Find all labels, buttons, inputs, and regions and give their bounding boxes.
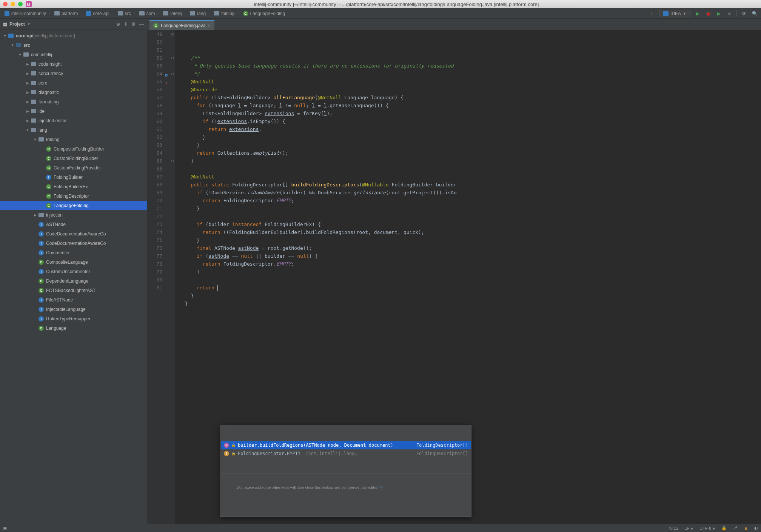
breadcrumb-item[interactable]: lang — [188, 10, 207, 17]
tree-item[interactable]: ▶codeInsight — [0, 59, 147, 69]
expand-arrow-icon[interactable]: ▼ — [2, 34, 8, 38]
debug-icon[interactable]: 🐞 — [705, 10, 712, 17]
project-tree[interactable]: ▼core-api [intellij.platform.core]▼src▼c… — [0, 29, 147, 524]
maximize-window-button[interactable] — [18, 2, 23, 6]
tree-item[interactable]: ▼com.intellij — [0, 50, 147, 59]
tree-item[interactable]: CDependentLanguage — [0, 276, 147, 286]
folding-gutter[interactable]: ⊟⊟⊟⊟ — [170, 30, 175, 524]
chevron-right-icon: 〉 — [133, 11, 137, 16]
tree-item[interactable]: ▼src — [0, 40, 147, 50]
line-separator[interactable]: LF ≑ — [684, 526, 693, 530]
expand-arrow-icon[interactable]: ▼ — [25, 128, 30, 132]
tree-item[interactable]: ICustomUncommenter — [0, 267, 147, 276]
tree-item[interactable]: ▶diagnostic — [0, 88, 147, 97]
expand-arrow-icon[interactable]: ▶ — [25, 100, 30, 104]
breadcrumb-item[interactable]: intellij — [162, 10, 183, 17]
run-configuration-selector[interactable]: IDEA ▼ — [659, 10, 690, 17]
search-everywhere-icon[interactable]: 🔍 — [751, 10, 758, 17]
tool-windows-quick-access-icon[interactable]: ▣ — [3, 526, 7, 530]
completion-package: (com.intellij.lang… — [303, 450, 357, 458]
tree-item[interactable]: ▶core — [0, 78, 147, 88]
hide-icon[interactable]: — — [139, 22, 144, 27]
minimize-window-button[interactable] — [11, 2, 15, 6]
tree-item[interactable]: ICodeDocumentationAwareCo — [0, 238, 147, 248]
tree-item[interactable]: ICodeDocumentationAwareCo — [0, 229, 147, 238]
expand-arrow-icon[interactable]: ▶ — [25, 72, 30, 75]
expand-arrow-icon[interactable]: ▶ — [25, 81, 30, 85]
tree-item[interactable]: ▼folding — [0, 135, 147, 144]
vcs-update-icon[interactable]: ⟳ — [741, 10, 747, 17]
expand-all-icon[interactable]: ⇕ — [124, 22, 128, 27]
tree-item-label: injected.editor — [39, 118, 67, 123]
tree-item[interactable]: ICommenter — [0, 248, 147, 257]
tree-item[interactable]: CFCTSBackedLighterAST — [0, 286, 147, 295]
traffic-lights[interactable] — [3, 2, 23, 6]
tree-item[interactable]: ▶injected.editor — [0, 116, 147, 125]
expand-arrow-icon[interactable]: ▼ — [17, 53, 23, 57]
readonly-lock-icon[interactable]: 🔓 — [721, 526, 727, 530]
build-icon[interactable]: ⤓ — [649, 10, 655, 17]
breadcrumb-item[interactable]: core-api — [85, 10, 111, 17]
tree-item[interactable]: CCustomFoldingBuilder — [0, 154, 147, 163]
tree-item[interactable]: CCustomFoldingProvider — [0, 163, 147, 172]
package-icon — [30, 128, 37, 132]
tree-item[interactable]: CLanguageFolding — [0, 201, 147, 210]
tree-item[interactable]: IFoldingBuilder — [0, 172, 147, 182]
file-encoding[interactable]: UTF-8 ≑ — [699, 526, 715, 530]
editor-tab[interactable]: C LanguageFolding.java × — [149, 20, 214, 30]
breadcrumb-item[interactable]: com — [138, 10, 157, 17]
tree-item[interactable]: CLanguage — [0, 323, 147, 333]
close-tab-icon[interactable]: × — [208, 23, 211, 28]
completion-item[interactable]: f🔒FoldingDescriptor.EMPTY (com.intellij.… — [221, 449, 471, 458]
tree-item[interactable]: ▶ide — [0, 106, 147, 116]
memory-indicator-icon[interactable]: ◐ — [754, 526, 758, 530]
expand-arrow-icon[interactable]: ▶ — [25, 119, 30, 123]
code-editor[interactable]: /** * Only queries base language results… — [175, 30, 761, 524]
breadcrumb-item[interactable]: CLanguageFolding — [242, 10, 287, 17]
hector-icon[interactable]: ☻ — [744, 526, 748, 530]
caret-position[interactable]: 78:12 — [668, 526, 679, 530]
tree-item[interactable]: CCompositeFoldingBuilder — [0, 144, 147, 154]
app-icon: IJ — [26, 1, 32, 7]
chevron-down-icon[interactable]: ▼ — [27, 22, 31, 26]
expand-arrow-icon[interactable]: ▶ — [32, 213, 38, 217]
tree-item[interactable]: ▶concurrency — [0, 69, 147, 78]
tree-item[interactable]: IASTNode — [0, 220, 147, 229]
expand-arrow-icon[interactable]: ▶ — [25, 91, 30, 94]
breadcrumb-item[interactable]: platform — [53, 10, 79, 17]
gear-icon[interactable]: ⚙ — [131, 22, 136, 27]
expand-arrow-icon[interactable]: ▼ — [10, 43, 15, 47]
tree-item[interactable]: ▶formatting — [0, 97, 147, 106]
breadcrumb-item[interactable]: folding — [213, 10, 236, 17]
expand-arrow-icon[interactable]: ▼ — [32, 138, 38, 141]
tree-item[interactable]: IInjectableLanguage — [0, 304, 147, 314]
tree-item[interactable]: ▶injection — [0, 210, 147, 220]
breadcrumb-item[interactable]: intellij-community — [3, 10, 48, 17]
expand-arrow-icon[interactable]: ▶ — [25, 109, 30, 113]
tree-item[interactable]: IITokenTypeRemapper — [0, 314, 147, 323]
tree-item[interactable]: CFoldingDescriptor — [0, 191, 147, 201]
tree-item[interactable]: CCompositeLanguage — [0, 257, 147, 267]
tree-item[interactable]: CFoldingBuilderEx — [0, 182, 147, 191]
close-window-button[interactable] — [3, 2, 8, 6]
package-icon — [30, 109, 37, 113]
expand-arrow-icon[interactable]: ▶ — [25, 62, 30, 66]
package-icon — [30, 90, 37, 94]
line-number-gutter[interactable]: 495051525354↑555657585960616263646566676… — [147, 30, 170, 524]
breadcrumb-item[interactable]: src — [116, 10, 132, 17]
git-branch-icon[interactable]: ⎇ — [733, 526, 738, 530]
tree-item[interactable]: ▼core-api [intellij.platform.core] — [0, 31, 147, 40]
stop-icon[interactable]: ■ — [726, 10, 733, 17]
run-icon[interactable]: ▶ — [694, 10, 701, 17]
override-gutter-icon[interactable]: ↑ — [163, 71, 168, 75]
tree-item[interactable]: IFileASTNode — [0, 295, 147, 304]
completion-hint-link[interactable]: >> — [379, 485, 383, 489]
locate-icon[interactable]: ⊕ — [116, 22, 120, 27]
completion-item[interactable]: m🔒builder.buildFoldRegions(ASTNode node,… — [221, 441, 471, 449]
chevron-right-icon: 〉 — [80, 11, 84, 16]
chevron-right-icon: 〉 — [237, 11, 241, 16]
tree-item[interactable]: ▼lang — [0, 125, 147, 135]
code-completion-popup[interactable]: m🔒builder.buildFoldRegions(ASTNode node,… — [220, 425, 471, 517]
run-coverage-icon[interactable]: ▶ — [715, 10, 722, 17]
package-icon — [30, 71, 37, 75]
